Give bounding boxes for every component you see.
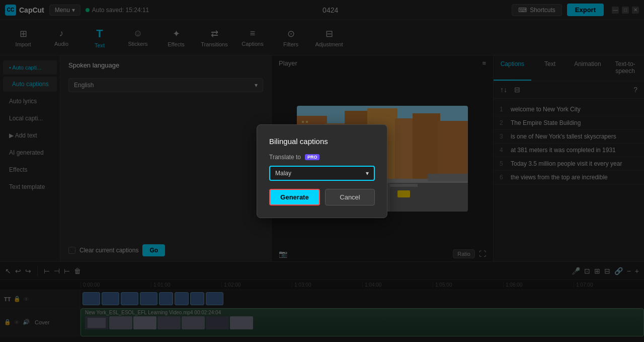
modal-title: Bilingual captions (269, 137, 375, 146)
bilingual-captions-modal: Bilingual captions Translate to PRO Mala… (257, 124, 387, 218)
selected-language-value: Malay (275, 170, 291, 177)
translate-to-label: Translate to (269, 154, 301, 161)
pro-badge: PRO (305, 154, 320, 160)
language-select-dropdown[interactable]: Malay ▾ (269, 166, 375, 181)
modal-buttons: Generate Cancel (269, 189, 375, 206)
cancel-button[interactable]: Cancel (325, 189, 375, 206)
dropdown-arrow-icon: ▾ (366, 170, 369, 177)
generate-button[interactable]: Generate (269, 189, 320, 206)
modal-overlay: Bilingual captions Translate to PRO Mala… (0, 0, 644, 342)
translate-to-row: Translate to PRO (269, 154, 375, 161)
